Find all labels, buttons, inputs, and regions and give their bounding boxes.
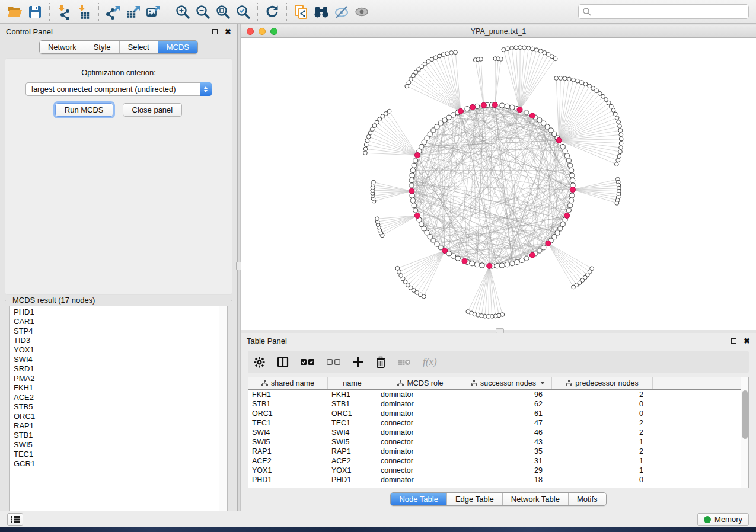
table-cell[interactable]: TEC1 <box>328 419 377 427</box>
table-cell[interactable]: 2 <box>552 390 653 399</box>
table-cell[interactable]: RAP1 <box>328 447 377 456</box>
table-row[interactable]: YOX1YOX1connector291 <box>248 466 748 475</box>
import-network-icon[interactable] <box>54 2 74 21</box>
table-cell[interactable]: 61 <box>464 409 552 418</box>
delete-column-icon[interactable] <box>375 356 386 368</box>
mcds-result-node[interactable]: ACE2 <box>14 393 219 402</box>
table-cell[interactable]: 0 <box>552 409 653 418</box>
table-cell[interactable]: SWI5 <box>328 438 377 446</box>
close-panel-icon[interactable]: ✖ <box>744 337 750 345</box>
export-table-icon[interactable] <box>123 2 143 21</box>
table-cell[interactable]: 1 <box>552 438 653 446</box>
table-cell[interactable]: 2 <box>552 447 653 456</box>
table-scrollbar[interactable] <box>741 377 748 488</box>
table-cell[interactable]: dominator <box>377 447 464 456</box>
network-search-box[interactable] <box>578 4 749 19</box>
mcds-result-list[interactable]: PHD1CAR1STP4TID3YOX1SWI4SRD1PMA2FKH1ACE2… <box>9 306 228 515</box>
table-cell[interactable]: ACE2 <box>248 457 328 465</box>
settings-gear-icon[interactable] <box>254 357 265 368</box>
import-table-icon[interactable] <box>74 2 94 21</box>
tab-edge-table[interactable]: Edge Table <box>447 493 503 505</box>
select-all-icon[interactable] <box>301 358 315 366</box>
column-header-name[interactable]: name <box>328 377 377 389</box>
mcds-result-node[interactable]: FKH1 <box>14 383 219 393</box>
tab-style[interactable]: Style <box>85 41 120 53</box>
zoom-in-icon[interactable] <box>173 2 193 21</box>
table-cell[interactable]: ORC1 <box>328 409 377 418</box>
mcds-result-node[interactable]: TEC1 <box>14 450 219 459</box>
table-cell[interactable]: SWI5 <box>248 438 328 446</box>
column-header-successor-nodes[interactable]: successor nodes <box>464 377 552 389</box>
table-row[interactable]: FKH1FKH1dominator962 <box>248 390 748 399</box>
task-list-button[interactable] <box>7 513 23 526</box>
table-cell[interactable]: connector <box>377 438 464 446</box>
export-image-icon[interactable] <box>143 2 164 21</box>
table-cell[interactable]: 1 <box>552 466 653 475</box>
table-cell[interactable]: PHD1 <box>248 476 328 484</box>
table-cell[interactable]: connector <box>377 419 464 427</box>
search-network-icon[interactable] <box>311 2 331 21</box>
mcds-result-node[interactable]: YOX1 <box>14 345 219 355</box>
table-cell[interactable]: YOX1 <box>328 466 377 475</box>
list-scrollbar[interactable] <box>219 306 227 515</box>
mcds-result-node[interactable]: STP4 <box>14 326 219 336</box>
table-cell[interactable]: STB1 <box>328 400 377 408</box>
table-row[interactable]: SWI4SWI4dominator462 <box>248 428 748 437</box>
table-cell[interactable]: dominator <box>377 390 464 399</box>
table-row[interactable]: ACE2ACE2connector311 <box>248 456 748 466</box>
tab-select[interactable]: Select <box>120 41 158 53</box>
table-cell[interactable]: 46 <box>464 428 552 437</box>
close-panel-button[interactable]: Close panel <box>123 103 183 117</box>
add-column-icon[interactable] <box>353 357 363 367</box>
network-canvas[interactable] <box>241 38 756 330</box>
deselect-all-icon[interactable] <box>327 358 341 366</box>
mcds-result-node[interactable]: RAP1 <box>14 421 219 431</box>
tab-node-table[interactable]: Node Table <box>391 493 447 505</box>
table-cell[interactable]: 2 <box>552 419 653 427</box>
float-panel-icon[interactable] <box>212 29 218 34</box>
mcds-result-node[interactable]: STB1 <box>14 431 219 440</box>
table-row[interactable]: SWI5SWI5connector431 <box>248 437 748 447</box>
zoom-selected-icon[interactable] <box>233 2 253 21</box>
table-row[interactable]: PHD1PHD1dominator180 <box>248 475 748 485</box>
tab-mcds[interactable]: MCDS <box>158 41 197 53</box>
mcds-result-node[interactable]: STB5 <box>14 402 219 412</box>
column-header-MCDS-role[interactable]: MCDS role <box>377 377 464 389</box>
column-header-predecessor-nodes[interactable]: predecessor nodes <box>552 377 653 389</box>
node-table[interactable]: shared namenameMCDS rolesuccessor nodesp… <box>248 377 749 488</box>
table-cell[interactable]: 29 <box>464 466 552 475</box>
table-cell[interactable]: TEC1 <box>248 419 328 427</box>
table-cell[interactable]: SWI4 <box>248 428 328 437</box>
table-cell[interactable]: 43 <box>464 438 552 446</box>
table-cell[interactable]: STB1 <box>248 400 328 408</box>
table-cell[interactable]: connector <box>377 466 464 475</box>
search-input[interactable] <box>592 7 745 16</box>
table-cell[interactable]: ORC1 <box>248 409 328 418</box>
hide-selected-icon[interactable] <box>331 2 352 21</box>
refresh-view-icon[interactable] <box>262 2 282 21</box>
mcds-result-node[interactable]: SWI5 <box>14 440 219 450</box>
network-titlebar[interactable]: YPA_prune.txt_1 <box>241 25 756 38</box>
table-cell[interactable]: 18 <box>464 476 552 484</box>
export-network-icon[interactable] <box>103 2 123 21</box>
save-session-icon[interactable] <box>25 2 45 21</box>
table-cell[interactable]: 96 <box>464 390 552 399</box>
mcds-result-node[interactable]: PHD1 <box>14 307 219 317</box>
show-all-icon[interactable] <box>352 2 372 21</box>
table-cell[interactable]: connector <box>377 457 464 465</box>
table-row[interactable]: ORC1ORC1dominator610 <box>248 409 748 418</box>
mcds-result-node[interactable]: PMA2 <box>14 374 219 383</box>
tab-motifs[interactable]: Motifs <box>569 493 606 505</box>
table-cell[interactable]: PHD1 <box>328 476 377 484</box>
column-header-shared-name[interactable]: shared name <box>248 377 328 389</box>
table-cell[interactable]: 47 <box>464 419 552 427</box>
table-cell[interactable]: 0 <box>552 476 653 484</box>
table-cell[interactable]: FKH1 <box>328 390 377 399</box>
table-cell[interactable]: 2 <box>552 428 653 437</box>
table-cell[interactable]: dominator <box>377 409 464 418</box>
table-row[interactable]: RAP1RAP1dominator352 <box>248 447 748 456</box>
table-cell[interactable]: SWI4 <box>328 428 377 437</box>
network-graph[interactable] <box>241 38 756 330</box>
zoom-fit-icon[interactable] <box>213 2 233 21</box>
close-panel-icon[interactable]: ✖ <box>225 28 231 36</box>
